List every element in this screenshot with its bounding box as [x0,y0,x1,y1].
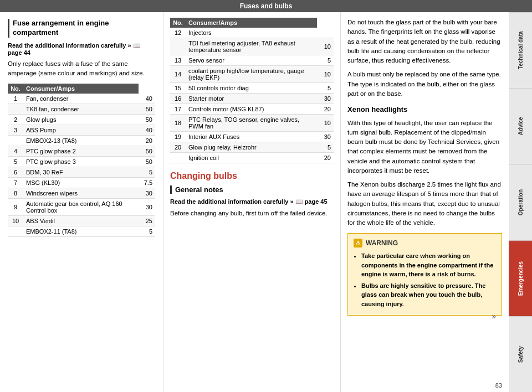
cell-amps: 10 [317,66,334,83]
cell-no: 7 [8,178,23,188]
cell-no [8,104,23,115]
cell-amps [317,28,334,38]
table-row: EMBOX2-11 (TA8)5 [8,226,155,237]
sidebar-tab-operation[interactable]: Operation [509,164,532,240]
cell-no: 12 [170,28,186,38]
info-note-left: Read the additional information carefull… [8,42,155,56]
cell-amps: 30 [139,188,155,199]
cell-consumer: PTC Relays, TOG sensor, engine valves, P… [186,115,317,132]
right-panel: Do not touch the glass part of the bulb … [341,12,509,392]
cell-consumer: ABS Ventil [23,216,139,226]
cell-no: 6 [8,167,23,178]
cell-consumer: Ignition coil [186,153,317,163]
section-title-fuse: Fuse arrangement in engine compartment [8,19,155,38]
sidebar-tab-technical-data[interactable]: Technical data [509,12,532,88]
table-row: 13Servo sensor5 [170,55,334,66]
cell-amps: 40 [139,94,155,104]
cell-consumer: 50 controls motor diag [186,83,317,94]
general-notes-title: General notes [170,185,334,194]
cell-consumer: coolant pump high/low temperature, gauge… [186,66,317,83]
table-row: 16Starter motor30 [170,94,334,104]
body-text-middle: Before changing any bulb, first turn off… [170,209,334,218]
middle-panel: No. Consumer/Amps 12InjectorsTDI fuel me… [163,12,341,392]
cell-amps: 10 [317,38,334,55]
cell-no [8,226,23,237]
cell-amps: 5 [317,142,334,153]
cell-amps: 20 [139,136,155,146]
cell-consumer: Automatic gear box control, AQ 160 Contr… [23,199,139,216]
sidebar-tab-advice[interactable]: Advice [509,88,532,164]
cell-amps: 7.5 [139,178,155,188]
right-paragraph-2: A bulb must only be replaced by one of t… [347,70,502,99]
cell-amps: 30 [317,94,334,104]
sidebar-tab-safety[interactable]: Safety [509,316,532,392]
table-row: 19Interior AUX Fuses30 [170,132,334,142]
body-text-left: Only replace fuses with a fuse of the sa… [8,59,155,79]
cell-amps: 50 [139,115,155,125]
cell-no: 4 [8,146,23,157]
cell-no [8,136,23,146]
cell-no: 9 [8,199,23,216]
table-row: 1Fan, condenser40 [8,94,155,104]
cell-amps: 50 [139,157,155,167]
cell-no [170,153,186,163]
cell-amps: 10 [317,115,334,132]
info-note-middle: Read the additional information carefull… [170,198,334,205]
cell-amps: 20 [317,153,334,163]
book-icon-left: 📖 [133,42,141,49]
cell-no [170,38,186,55]
changing-bulbs-title: Changing bulbs [170,171,334,181]
left-panel: Fuse arrangement in engine compartment R… [0,12,163,392]
page-title: Fuses and bulbs [240,2,293,10]
cell-no: 5 [8,157,23,167]
cell-consumer: BDM, 30 ReF [23,167,139,178]
cell-consumer: Fan, condenser [23,94,139,104]
warning-box: ⚠ WARNING Take particular care when work… [347,233,502,316]
cell-amps: 20 [317,104,334,115]
table-row: 5PTC glow phase 350 [8,157,155,167]
sidebar-tab-emergencies[interactable]: Emergencies [509,240,532,316]
book-icon-middle: 📖 [295,198,303,205]
cell-consumer: ABS Pump [23,125,139,136]
table-row: 6BDM, 30 ReF5 [8,167,155,178]
chevron-right-icon: » [492,311,496,322]
cell-no: 14 [170,66,186,83]
cell-no: 1 [8,94,23,104]
col-header-consumer-middle: Consumer/Amps [186,18,317,28]
cell-consumer: PTC glow phase 3 [23,157,139,167]
cell-no: 10 [8,216,23,226]
warning-item: Bulbs are highly sensitive to pressure. … [361,281,496,309]
cell-amps: 5 [317,55,334,66]
fuse-table-middle: No. Consumer/Amps 12InjectorsTDI fuel me… [170,18,334,163]
top-bar: Fuses and bulbs [0,0,532,12]
arrow-icon-middle: » [290,198,293,205]
table-row: 18PTC Relays, TOG sensor, engine valves,… [170,115,334,132]
page-container: Fuses and bulbs Fuse arrangement in engi… [0,0,532,392]
cell-amps: 30 [317,132,334,142]
cell-consumer: Starter motor [186,94,317,104]
table-row: 9Automatic gear box control, AQ 160 Cont… [8,199,155,216]
cell-amps: 5 [139,226,155,237]
page-number: 83 [495,382,502,389]
table-row: 10ABS Ventil25 [8,216,155,226]
cell-no: 2 [8,115,23,125]
main-content: Fuse arrangement in engine compartment R… [0,12,532,392]
table-row: 2Glow plugs50 [8,115,155,125]
cell-no: 16 [170,94,186,104]
col-header-consumer-left: Consumer/Amps [23,84,139,94]
right-paragraph-4: The Xenon bulbs discharge 2.5 times the … [347,180,502,228]
col-header-no-left: No. [8,84,23,94]
cell-consumer: Controls motor (MSG KL87) [186,104,317,115]
cell-amps: 50 [139,104,155,115]
right-paragraph-1: Do not touch the glass part of the bulb … [347,18,502,65]
warning-icon: ⚠ [354,239,362,247]
cell-amps: 5 [317,83,334,94]
cell-amps: 30 [139,199,155,216]
cell-no: 18 [170,115,186,132]
cell-no: 17 [170,104,186,115]
table-row: 3ABS Pump40 [8,125,155,136]
cell-consumer: Servo sensor [186,55,317,66]
col-header-no-middle: No. [170,18,186,28]
warning-item: Take particular care when working on com… [361,251,496,279]
cell-consumer: Glow plugs [23,115,139,125]
